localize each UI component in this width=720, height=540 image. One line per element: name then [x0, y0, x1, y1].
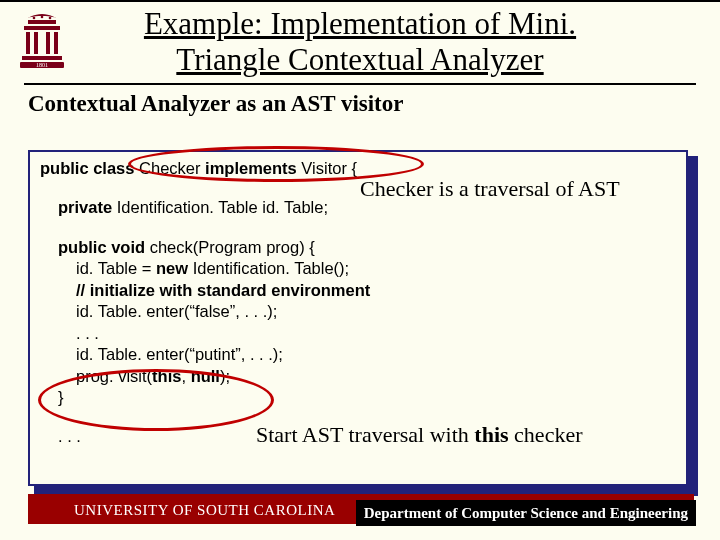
- svg-rect-9: [22, 56, 62, 60]
- university-logo: 1801: [14, 12, 70, 70]
- svg-rect-8: [54, 32, 58, 54]
- title-divider: [24, 83, 696, 85]
- annotation-checker-traversal: Checker is a traversal of AST: [360, 176, 620, 202]
- logo-year: 1801: [36, 62, 48, 68]
- svg-point-3: [49, 17, 52, 20]
- footer-department: Department of Computer Science and Engin…: [364, 505, 688, 521]
- footer-department-box: Department of Computer Science and Engin…: [356, 500, 696, 526]
- svg-rect-7: [46, 32, 50, 54]
- svg-point-1: [33, 17, 36, 20]
- slide-title: Example: Implementation of Mini. Triangl…: [30, 6, 690, 77]
- code-line: }: [58, 387, 676, 408]
- footer-university: UNIVERSITY OF SOUTH CAROLINA: [74, 502, 335, 519]
- title-line-1: Example: Implementation of Mini.: [144, 6, 576, 41]
- svg-rect-4: [24, 26, 60, 30]
- code-line: id. Table. enter(“putint”, . . .);: [76, 344, 676, 365]
- code-line: id. Table. enter(“false”, . . .);: [76, 301, 676, 322]
- code-line: public void check(Program prog) {: [58, 237, 676, 258]
- code-line: id. Table = new Identification. Table();: [76, 258, 676, 279]
- title-line-2: Triangle Contextual Analyzer: [176, 42, 543, 77]
- svg-rect-5: [26, 32, 30, 54]
- code-line: . . .: [76, 323, 676, 344]
- svg-rect-6: [34, 32, 38, 54]
- svg-point-2: [41, 16, 44, 19]
- code-line: prog. visit(this, null);: [76, 366, 676, 387]
- code-line: // initialize with standard environment: [76, 280, 676, 301]
- subtitle: Contextual Analyzer as an AST visitor: [28, 91, 720, 117]
- annotation-start-traversal: Start AST traversal with this checker: [256, 422, 583, 448]
- slide: 1801 Example: Implementation of Mini. Tr…: [0, 0, 720, 540]
